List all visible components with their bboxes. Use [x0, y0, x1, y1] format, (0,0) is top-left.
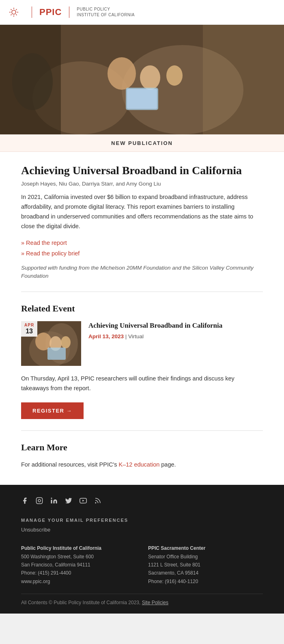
- logo-divider: [32, 6, 32, 18]
- ppic-logo-icon: [8, 6, 24, 19]
- read-policy-brief-link[interactable]: » Read the policy brief: [21, 250, 263, 257]
- footer-web1: www.ppic.org: [21, 577, 136, 586]
- footer-street2: 1121 L Street, Suite 801: [148, 561, 263, 569]
- footer-street1: 500 Washington Street, Suite 600: [21, 553, 136, 561]
- new-publication-label: NEW PUBLICATION: [111, 140, 173, 146]
- event-meta: April 13, 2023 | Virtual: [88, 333, 263, 339]
- svg-rect-17: [127, 89, 157, 109]
- svg-point-0: [12, 10, 16, 14]
- learn-more-suffix: page.: [159, 461, 176, 468]
- svg-line-5: [11, 9, 12, 10]
- event-image-wrap: APR 13: [21, 321, 81, 366]
- footer-org1: Public Policy Institute of California: [21, 545, 101, 551]
- event-day: 13: [24, 327, 34, 335]
- learn-more-text: For additional resources, visit PPIC's K…: [21, 460, 263, 469]
- event-card: APR 13 Achieving Universal Broadband in …: [21, 321, 263, 366]
- hero-image: [0, 25, 284, 134]
- instagram-icon[interactable]: [36, 497, 43, 506]
- rss-icon[interactable]: [94, 497, 101, 506]
- event-month: APR: [24, 323, 34, 327]
- event-date-link[interactable]: April 13, 2023: [88, 333, 124, 339]
- hero-image-inner: [0, 25, 284, 134]
- event-location: Virtual: [128, 333, 144, 339]
- article-authors: Joseph Hayes, Niu Gao, Darriya Starr, an…: [21, 181, 263, 187]
- footer-city2: Sacramento, CA 95814: [148, 569, 263, 577]
- footer-bottom: All Contents © Public Policy Institute o…: [21, 594, 263, 605]
- learn-more-title: Learn More: [21, 442, 263, 453]
- svg-point-19: [12, 53, 53, 110]
- svg-line-8: [11, 14, 12, 15]
- learn-more-section: Learn More For additional resources, vis…: [0, 431, 284, 481]
- svg-point-13: [108, 57, 136, 90]
- linkedin-icon[interactable]: [50, 497, 58, 506]
- footer-phone1: Phone: (415) 291-4400: [21, 569, 136, 577]
- youtube-icon[interactable]: [80, 497, 87, 506]
- article-description: In 2021, California invested over $6 bil…: [21, 192, 263, 231]
- logo-ppic-text: PPIC: [39, 7, 62, 17]
- svg-point-14: [140, 65, 160, 90]
- footer-copyright: All Contents © Public Policy Institute o…: [21, 600, 140, 605]
- svg-line-6: [16, 14, 17, 15]
- footer-address-sac: PPIC Sacramento Center Senator Office Bu…: [148, 544, 263, 586]
- hero-illustration: [0, 25, 284, 134]
- footer-phone2: Phone: (916) 440-1120: [148, 577, 263, 586]
- register-button[interactable]: REGISTER →: [21, 402, 84, 419]
- logo-area: PPIC PUBLIC POLICY INSTITUTE OF CALIFORN…: [8, 6, 135, 19]
- email-wrapper: PPIC PUBLIC POLICY INSTITUTE OF CALIFORN…: [0, 0, 284, 614]
- site-policies-link[interactable]: Site Policies: [142, 600, 168, 605]
- social-icons: [21, 497, 263, 506]
- related-event-section: Related Event APR 13: [0, 292, 284, 430]
- svg-point-31: [95, 503, 96, 504]
- related-event-title: Related Event: [21, 303, 263, 314]
- ppic-name: PPIC: [39, 7, 62, 17]
- k12-education-link[interactable]: K–12 education: [119, 461, 160, 468]
- svg-line-7: [16, 9, 17, 10]
- header: PPIC PUBLIC POLICY INSTITUTE OF CALIFORN…: [0, 0, 284, 25]
- svg-rect-26: [47, 348, 66, 360]
- article-title: Achieving Universal Broadband in Califor…: [21, 163, 263, 177]
- footer: MANAGE YOUR EMAIL PREFERENCES Unsubscrib…: [0, 485, 284, 614]
- svg-rect-12: [203, 25, 284, 134]
- svg-marker-30: [82, 500, 84, 502]
- facebook-icon[interactable]: [21, 497, 28, 506]
- footer-addresses: Public Policy Institute of California 50…: [21, 544, 263, 586]
- footer-org2: PPIC Sacramento Center: [148, 545, 205, 551]
- read-report-link[interactable]: » Read the report: [21, 240, 263, 246]
- event-date-badge: APR 13: [21, 321, 37, 337]
- article-funding: Supported with funding from the Michelso…: [21, 264, 263, 281]
- footer-address-sf: Public Policy Institute of California 50…: [21, 544, 136, 586]
- svg-rect-27: [37, 498, 43, 504]
- svg-point-25: [61, 336, 71, 348]
- event-description: On Thursday, April 13, PPIC researchers …: [21, 374, 263, 393]
- svg-point-15: [166, 65, 183, 86]
- footer-unsubscribe-link[interactable]: Unsubscribe: [21, 527, 263, 533]
- event-title: Achieving Universal Broadband in Califor…: [88, 321, 263, 330]
- main-content: Achieving Universal Broadband in Califor…: [0, 152, 284, 292]
- footer-manage-label: MANAGE YOUR EMAIL PREFERENCES: [21, 518, 263, 523]
- footer-city1: San Francisco, California 94111: [21, 561, 136, 569]
- footer-building2: Senator Office Building: [148, 553, 263, 561]
- twitter-icon[interactable]: [65, 497, 72, 506]
- logo-divider2: [69, 6, 69, 18]
- new-publication-banner: NEW PUBLICATION: [0, 134, 284, 152]
- event-separator: |: [125, 333, 128, 339]
- learn-more-prefix: For additional resources, visit PPIC's: [21, 461, 119, 468]
- svg-point-29: [51, 498, 52, 499]
- logo-tagline: PUBLIC POLICY INSTITUTE OF CALIFORNIA: [77, 6, 135, 18]
- event-info: Achieving Universal Broadband in Califor…: [88, 321, 263, 366]
